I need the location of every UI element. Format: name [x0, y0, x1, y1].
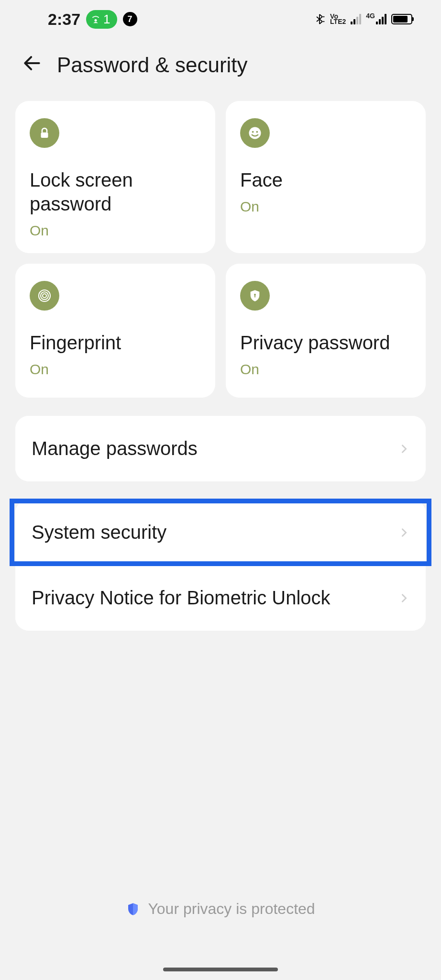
security-card-grid: Lock screen password On Face On Fingerpr…	[0, 101, 441, 398]
privacy-footer: Your privacy is protected	[0, 900, 441, 918]
svg-rect-11	[254, 295, 255, 298]
card-status: On	[30, 223, 201, 239]
card-privacy-password[interactable]: Privacy password On	[226, 264, 426, 398]
status-notification-pill[interactable]: 1	[86, 10, 117, 29]
signal-bars-1	[351, 14, 361, 24]
chevron-right-icon	[399, 523, 409, 542]
list-item-label: Privacy Notice for Biometric Unlock	[32, 587, 331, 609]
home-indicator[interactable]	[163, 968, 278, 971]
item-manage-passwords[interactable]: Manage passwords	[15, 416, 426, 481]
privacy-shield-icon	[126, 902, 140, 916]
card-status: On	[30, 361, 201, 378]
shield-icon	[240, 281, 270, 311]
status-right: Vo LTE2 4G	[314, 13, 412, 25]
card-face[interactable]: Face On	[226, 101, 426, 253]
list-manage: Manage passwords	[15, 416, 426, 481]
page-title: Password & security	[57, 53, 248, 77]
status-time: 2:37	[48, 10, 80, 29]
pill-count: 1	[103, 12, 110, 27]
status-bar: 2:37 1 7 Vo LTE2 4G	[0, 0, 441, 33]
card-status: On	[240, 199, 411, 215]
signal-bars-2	[376, 14, 386, 24]
fingerprint-icon	[30, 281, 59, 311]
face-icon	[240, 118, 270, 148]
status-left: 2:37 1 7	[48, 10, 137, 29]
card-title: Lock screen password	[30, 168, 201, 216]
volte-indicator: Vo LTE2	[330, 14, 346, 24]
item-system-security[interactable]: System security	[15, 500, 426, 565]
page-header: Password & security	[0, 33, 441, 101]
chevron-right-icon	[399, 589, 409, 607]
status-badge[interactable]: 7	[123, 12, 137, 26]
svg-rect-3	[41, 133, 48, 138]
bluetooth-icon	[314, 13, 325, 25]
svg-point-8	[41, 292, 48, 300]
card-title: Face	[240, 168, 411, 192]
svg-point-4	[249, 127, 261, 139]
svg-point-2	[323, 21, 325, 22]
chevron-right-icon	[399, 439, 409, 458]
lock-icon	[30, 118, 59, 148]
card-title: Privacy password	[240, 331, 411, 355]
svg-point-5	[252, 131, 254, 133]
battery-icon	[391, 14, 412, 24]
person-hotspot-icon	[91, 14, 100, 24]
badge-count: 7	[128, 14, 132, 24]
list-system: System security Privacy Notice for Biome…	[15, 500, 426, 631]
svg-point-1	[323, 16, 325, 18]
item-privacy-notice[interactable]: Privacy Notice for Biometric Unlock	[15, 565, 426, 631]
card-lock-screen-password[interactable]: Lock screen password On	[15, 101, 215, 253]
network-label: 4G	[366, 12, 375, 20]
card-status: On	[240, 361, 411, 378]
card-title: Fingerprint	[30, 331, 201, 355]
svg-point-9	[43, 294, 46, 298]
list-item-label: System security	[32, 522, 166, 543]
back-arrow-icon[interactable]	[22, 53, 43, 77]
svg-point-6	[256, 131, 258, 133]
card-fingerprint[interactable]: Fingerprint On	[15, 264, 215, 398]
list-item-label: Manage passwords	[32, 438, 198, 459]
footer-text: Your privacy is protected	[148, 900, 315, 918]
svg-point-0	[95, 19, 97, 22]
